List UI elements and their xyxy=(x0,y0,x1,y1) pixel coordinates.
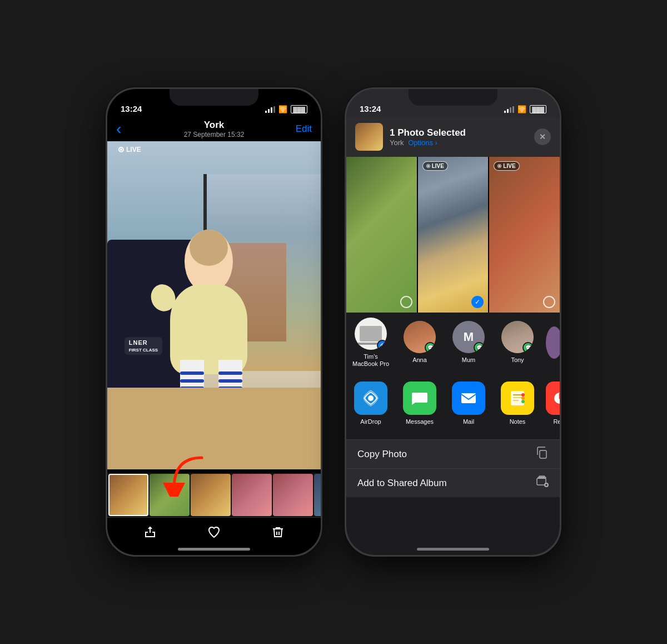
signal-bar-2-4 xyxy=(512,106,514,113)
battery-icon: ▓▓▓ xyxy=(291,105,307,113)
grid-photo-2[interactable]: LIVE ✓ xyxy=(418,157,489,313)
copy-photo-label: Copy Photo xyxy=(357,449,407,460)
svg-rect-15 xyxy=(539,476,545,477)
filmstrip-thumb-1[interactable] xyxy=(108,474,148,516)
contact-h[interactable] xyxy=(542,315,560,370)
close-icon: ✕ xyxy=(539,132,546,141)
airdrop-badge xyxy=(377,340,387,350)
edit-button[interactable]: Edit xyxy=(296,123,312,135)
wifi-icon-2: 🛜 xyxy=(517,105,526,113)
share-button[interactable] xyxy=(143,526,157,542)
grid-live-badge-2: LIVE xyxy=(494,161,519,171)
contact-name-anna: Anna xyxy=(412,356,427,364)
mail-app-icon xyxy=(452,382,485,415)
copy-photo-row[interactable]: Copy Photo xyxy=(346,439,560,468)
anna-avatar: 💬 xyxy=(404,321,436,353)
contact-name-macbook: Tim'sMacBook Pro xyxy=(352,353,389,368)
signal-bars-2 xyxy=(504,106,514,113)
svg-rect-12 xyxy=(540,450,546,458)
signal-bars-1 xyxy=(265,106,275,113)
time-display-2: 13:24 xyxy=(360,104,381,113)
messages-app-icon xyxy=(403,382,436,415)
grid-photo-3[interactable]: LIVE xyxy=(489,157,560,313)
scene: 13:24 🛜 ▓▓▓ ‹ York 27 Septem xyxy=(0,65,667,579)
album-name: York xyxy=(184,120,245,131)
album-date: 27 September 15:32 xyxy=(184,131,245,138)
grid-photo-1[interactable] xyxy=(346,157,417,313)
grid-live-badge-1: LIVE xyxy=(422,161,448,171)
share-subtitle: York Options › xyxy=(390,138,527,147)
contact-name-tony: Tony xyxy=(511,356,524,364)
messages-badge-tony: 💬 xyxy=(522,342,534,353)
contacts-row: Tim'sMacBook Pro 💬 Anna M xyxy=(346,315,560,370)
side-button-right-2 xyxy=(560,172,561,211)
contact-anna[interactable]: 💬 Anna xyxy=(395,315,444,370)
share-album-name: York xyxy=(390,138,404,147)
svg-point-8 xyxy=(521,393,525,397)
signal-bar-2-3 xyxy=(510,107,511,113)
live-label-grid-2: LIVE xyxy=(503,163,515,169)
selection-circle-1[interactable] xyxy=(400,296,412,308)
signal-bar-2-2 xyxy=(507,109,509,113)
contact-name-mum: Mum xyxy=(462,356,475,364)
contact-mum[interactable]: M 💬 Mum xyxy=(444,315,493,370)
side-button-left-2 xyxy=(345,156,346,175)
contact-tony[interactable]: 💬 Tony xyxy=(493,315,542,370)
floor-surface xyxy=(107,388,321,470)
status-icons-1: 🛜 ▓▓▓ xyxy=(265,105,307,113)
signal-bar-2 xyxy=(268,109,270,113)
live-badge-1: LIVE xyxy=(118,146,141,153)
selection-circle-3[interactable] xyxy=(543,296,555,308)
airdrop-app-icon xyxy=(354,382,387,415)
status-bar-2: 13:24 🛜 ▓▓▓ xyxy=(346,89,560,117)
svg-point-10 xyxy=(521,400,525,403)
filmstrip[interactable] xyxy=(107,473,321,517)
macbook-icon xyxy=(360,326,382,341)
shared-album-row[interactable]: Add to Shared Album xyxy=(346,468,560,497)
nav-title: York 27 September 15:32 xyxy=(184,120,245,138)
reminder-app-icon xyxy=(546,382,560,415)
app-notes[interactable]: Notes xyxy=(493,373,542,434)
messages-badge-anna: 💬 xyxy=(425,342,436,353)
arrow-overlay xyxy=(163,452,207,497)
selection-check-2[interactable]: ✓ xyxy=(471,296,484,308)
share-header: 1 Photo Selected York Options › ✕ xyxy=(346,117,560,157)
main-photo[interactable]: LNERFIRST CLASS xyxy=(107,141,321,469)
live-label-1: LIVE xyxy=(126,146,141,153)
back-button[interactable]: ‹ xyxy=(116,121,121,137)
svg-point-9 xyxy=(521,397,525,400)
filmstrip-thumb-5[interactable] xyxy=(273,474,313,516)
macbook-avatar xyxy=(355,318,387,350)
filmstrip-thumb-6[interactable] xyxy=(314,474,321,516)
nav-bar-1: ‹ York 27 September 15:32 Edit xyxy=(107,117,321,141)
close-button[interactable]: ✕ xyxy=(534,128,551,145)
live-label-grid: LIVE xyxy=(432,163,444,169)
signal-bar-2-1 xyxy=(504,111,506,113)
h-avatar xyxy=(546,326,560,359)
signal-bar-1 xyxy=(265,111,267,113)
side-button-left xyxy=(106,156,107,175)
share-info: 1 Photo Selected York Options › xyxy=(390,127,527,147)
app-messages[interactable]: Messages xyxy=(395,373,444,434)
notes-app-icon xyxy=(501,382,534,415)
svg-point-1 xyxy=(381,344,384,346)
options-link[interactable]: Options › xyxy=(408,138,437,147)
phone1-screen: 13:24 🛜 ▓▓▓ ‹ York 27 Septem xyxy=(107,89,321,555)
phone2-screen: 13:24 🛜 ▓▓▓ 1 Photo Selected xyxy=(346,89,560,555)
signal-bar-4 xyxy=(273,106,275,113)
delete-button[interactable] xyxy=(271,526,285,542)
favorite-button[interactable] xyxy=(207,526,221,542)
app-reminder[interactable]: Re... xyxy=(542,373,560,434)
shared-album-label: Add to Shared Album xyxy=(357,478,447,489)
app-airdrop[interactable]: AirDrop xyxy=(346,373,395,434)
notes-app-label: Notes xyxy=(510,418,526,425)
baby-figure xyxy=(161,230,257,410)
share-title: 1 Photo Selected xyxy=(390,127,527,138)
mail-app-label: Mail xyxy=(463,418,474,425)
apps-row: AirDrop Messages xyxy=(346,373,560,434)
app-mail[interactable]: Mail xyxy=(444,373,493,434)
filmstrip-thumb-4[interactable] xyxy=(232,474,272,516)
contact-macbook[interactable]: Tim'sMacBook Pro xyxy=(346,315,395,370)
svg-point-11 xyxy=(554,393,560,404)
airdrop-app-label: AirDrop xyxy=(360,418,381,425)
